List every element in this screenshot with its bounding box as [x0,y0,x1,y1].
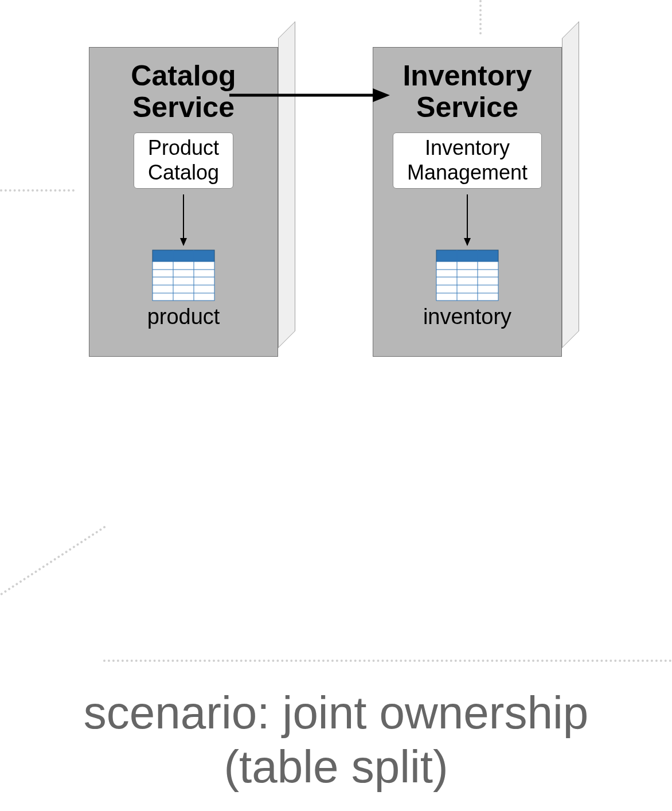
svg-rect-12 [436,250,498,262]
title-line-1: Inventory [403,60,532,92]
arrow-down-icon [462,194,473,246]
inventory-service-block: Inventory Service Inventory Management i… [373,47,562,357]
diagonal-dotted-line [0,525,106,595]
arrow-right-icon [229,87,390,103]
top-dotted-line [479,0,482,34]
database-table-icon [436,249,499,301]
sub-line-1: Inventory [425,136,510,159]
bottom-dotted-line [103,660,672,662]
sub-line-2: Management [407,161,528,184]
svg-rect-13 [436,262,498,301]
caption-line-2: (table split) [224,741,448,792]
caption-line-1: scenario: joint ownership [84,687,588,738]
sub-line-2: Catalog [148,161,219,184]
diagram-caption: scenario: joint ownership (table split) [0,686,672,794]
block-front-face: Inventory Service Inventory Management i… [373,47,562,357]
inventory-management-box: Inventory Management [393,132,542,189]
svg-rect-3 [153,262,214,301]
inventory-table-label: inventory [423,305,511,329]
left-dotted-line [0,189,75,192]
sub-line-1: Product [148,136,219,159]
svg-marker-21 [373,88,390,102]
title-line-2: Service [416,91,518,123]
svg-marker-11 [464,238,471,246]
svg-rect-2 [153,250,214,262]
inventory-service-title: Inventory Service [403,60,532,123]
product-catalog-box: Product Catalog [134,132,233,189]
title-line-1: Catalog [131,60,236,92]
database-table-icon [152,249,215,301]
product-table-label: product [147,305,220,329]
svg-marker-1 [180,238,187,246]
block-side-face [562,21,579,348]
arrow-down-icon [178,194,189,246]
block-side-face [278,21,295,348]
catalog-service-title: Catalog Service [131,60,236,123]
title-line-2: Service [132,91,235,123]
